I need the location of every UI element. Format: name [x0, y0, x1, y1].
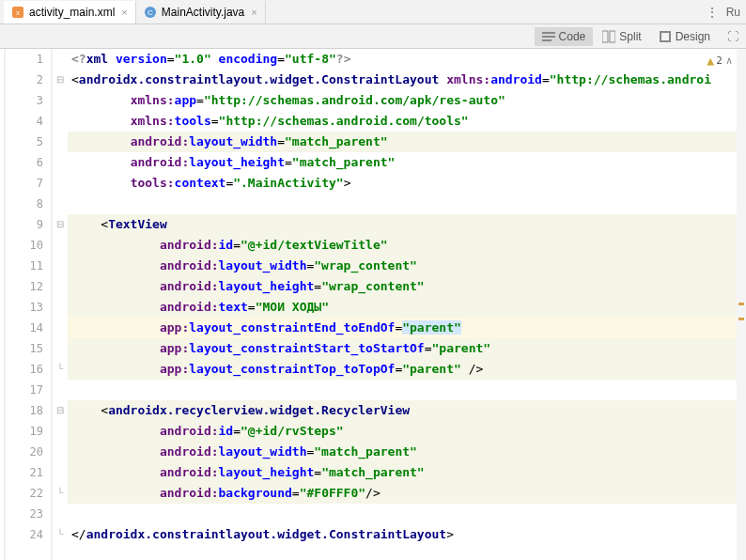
fold-toggle[interactable]: ⊟ [53, 400, 68, 421]
line-number: 21 [6, 462, 51, 483]
line-number: 14 [6, 318, 51, 338]
code-line: app:layout_constraintStart_toStartOf="pa… [68, 338, 746, 359]
line-number: 23 [6, 504, 51, 524]
design-view-button[interactable]: Design [651, 27, 718, 46]
code-line: android:id="@+id/rvSteps" [68, 421, 746, 442]
run-hint: Ru [726, 6, 740, 19]
svg-rect-7 [602, 31, 608, 42]
tab-label: MainActivity.java [162, 6, 244, 19]
fold-end: └ [53, 359, 68, 380]
code-line: android:layout_width="match_parent" [68, 132, 746, 152]
svg-rect-6 [542, 39, 552, 41]
warning-badge[interactable]: ▲2 [707, 51, 722, 71]
tab-activity-main[interactable]: x activity_main.xml × [4, 1, 136, 23]
code-line: <androidx.recyclerview.widget.RecyclerVi… [68, 400, 746, 421]
more-icon[interactable]: ⋮ [707, 6, 718, 19]
code-line: app:layout_constraintEnd_toEndOf="parent… [68, 318, 746, 338]
code-line: app:layout_constraintTop_toTopOf="parent… [68, 359, 746, 380]
line-number: 19 [6, 421, 51, 442]
code-line: android:background="#F0FFF0"/> [68, 483, 746, 504]
line-number: 22 [6, 483, 51, 504]
line-number: 1 [6, 49, 51, 70]
xml-file-icon: x [11, 6, 24, 19]
code-line: android:layout_height="match_parent" [68, 462, 746, 483]
svg-rect-8 [610, 31, 615, 42]
line-number: 15 [6, 338, 51, 359]
svg-rect-5 [542, 36, 555, 38]
code-line: android:id="@+id/textViewTitle" [68, 235, 746, 256]
line-number: 7 [6, 173, 51, 194]
line-number: 20 [6, 442, 51, 462]
line-number: 17 [6, 380, 51, 400]
code-line: android:text="МОИ ХОДЫ" [68, 297, 746, 318]
line-number-gutter: 1 2 3 4 5 6 7 8 9 10 11 12 13 14 15 16 1… [6, 49, 53, 560]
line-number: 16 [6, 359, 51, 380]
code-line: xmlns:tools="http://schemas.android.com/… [68, 111, 746, 132]
fold-end: └ [53, 524, 68, 545]
line-number: 2 [6, 70, 51, 90]
code-line [68, 380, 746, 400]
code-line: android:layout_height="match_parent" [68, 152, 746, 173]
code-line [68, 194, 746, 214]
line-number: 4 [6, 111, 51, 132]
close-icon[interactable]: × [251, 7, 256, 18]
line-number: 5 [6, 132, 51, 152]
code-line [68, 504, 746, 524]
split-view-button[interactable]: Split [595, 27, 648, 46]
tab-main-activity[interactable]: C MainActivity.java × [136, 1, 266, 23]
svg-rect-10 [661, 33, 669, 40]
line-number: 6 [6, 152, 51, 173]
tab-actions: ⋮ Ru [707, 6, 740, 19]
svg-text:x: x [16, 8, 20, 17]
code-line: </androidx.constraintlayout.widget.Const… [68, 524, 746, 545]
file-tabs: x activity_main.xml × C MainActivity.jav… [0, 0, 746, 24]
line-number: 9 [6, 214, 51, 235]
code-line: android:layout_width="wrap_content" [68, 256, 746, 276]
split-view-icon [602, 30, 615, 43]
line-number: 3 [6, 90, 51, 111]
view-mode-toolbar: Code Split Design ⛶ [0, 24, 746, 49]
design-view-icon [659, 30, 672, 43]
svg-rect-4 [542, 32, 555, 34]
tab-label: activity_main.xml [29, 6, 115, 19]
view-label: Design [676, 30, 710, 43]
fold-toggle[interactable]: ⊟ [53, 70, 68, 90]
view-label: Split [619, 30, 641, 43]
chevron-up-icon[interactable]: ∧ [726, 51, 733, 71]
code-line: tools:context=".MainActivity"> [68, 173, 746, 194]
code-line: <TextView [68, 214, 746, 235]
warning-icon: ▲ [707, 51, 714, 71]
error-stripe[interactable] [737, 49, 746, 560]
code-line: xmlns:app="http://schemas.android.com/ap… [68, 90, 746, 111]
java-class-icon: C [144, 6, 157, 19]
fold-gutter: ⊟ ⊟ └ ⊟ └ └ [53, 49, 68, 560]
expand-icon[interactable]: ⛶ [727, 30, 738, 43]
code-line: <androidx.constraintlayout.widget.Constr… [68, 70, 746, 90]
line-number: 12 [6, 276, 51, 297]
fold-end: └ [53, 483, 68, 504]
warning-marker[interactable] [738, 303, 744, 305]
code-line: android:layout_height="wrap_content" [68, 276, 746, 297]
code-view-button[interactable]: Code [535, 27, 594, 46]
editor: 1 2 3 4 5 6 7 8 9 10 11 12 13 14 15 16 1… [0, 49, 746, 560]
line-number: 18 [6, 400, 51, 421]
fold-toggle[interactable]: ⊟ [53, 214, 68, 235]
close-icon[interactable]: × [121, 7, 127, 18]
view-label: Code [559, 30, 586, 43]
warning-count: 2 [716, 51, 723, 71]
line-number: 8 [6, 194, 51, 214]
line-number: 24 [6, 524, 51, 545]
warning-marker[interactable] [738, 318, 744, 320]
line-number: 10 [6, 235, 51, 256]
line-number: 13 [6, 297, 51, 318]
code-view-icon [542, 30, 555, 43]
code-line: <?xml version="1.0" encoding="utf-8"?> [68, 49, 746, 70]
line-number: 11 [6, 256, 51, 276]
code-line: android:layout_width="match_parent" [68, 442, 746, 462]
code-text-area[interactable]: ▲2 ∧ ∨ <?xml version="1.0" encoding="utf… [68, 49, 746, 560]
svg-text:C: C [148, 8, 153, 17]
